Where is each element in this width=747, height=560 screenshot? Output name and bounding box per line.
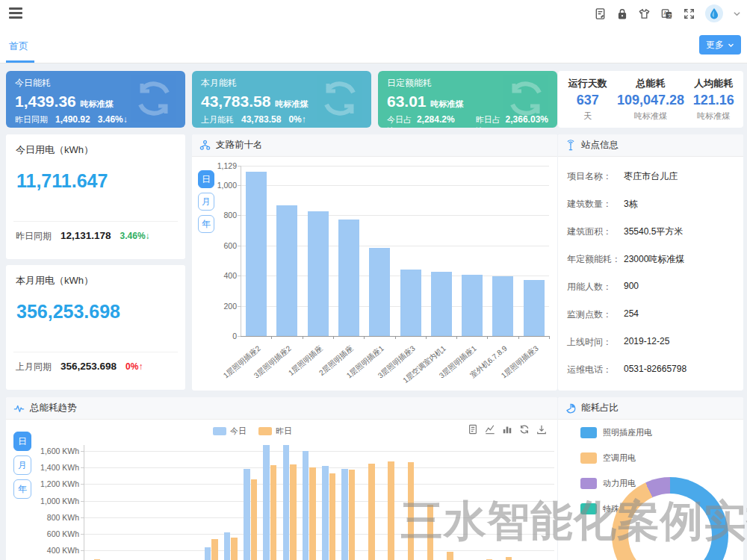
branch-top10-panel: 支路前十名 日 月 年 02004006008001,0001,1291层照明插… — [192, 134, 557, 391]
y-axis-tick-label: 1,000 KWh — [34, 497, 79, 505]
y-axis-tick-label: 1,129 — [199, 161, 237, 170]
trend-bar-yesterday — [388, 461, 394, 560]
trend-bar-yesterday — [408, 462, 415, 560]
y-axis-tick-label: 600 KWh — [34, 529, 79, 538]
x-axis-category-label: 1层照明插座 — [267, 343, 325, 395]
y-axis-tick-label: 0 — [199, 332, 237, 340]
stat-total-energy: 总能耗 109,047.28 吨标准煤 — [615, 75, 687, 123]
kpi-value: 63.01 — [387, 93, 427, 111]
branch-bar — [492, 276, 513, 336]
trend-bar-yesterday — [211, 539, 218, 560]
kpi-delta: 0%↑ — [288, 114, 306, 125]
summary-stats-panel: 运行天数 637 天 总能耗 109,047.28 吨标准煤 人均能耗 121.… — [558, 71, 743, 128]
kpi-value: 1,439.36 — [15, 93, 76, 111]
x-axis-tick — [487, 336, 488, 339]
trend-bar-today — [224, 532, 231, 560]
gridline — [241, 185, 549, 186]
tab-home[interactable]: 首页 — [9, 40, 28, 53]
usage-value: 356,253.698 — [16, 301, 120, 323]
x-axis-category-label: 1层照明插座2 — [205, 343, 263, 395]
gridline — [241, 166, 549, 167]
legend-item-lighting[interactable]: 照明插座用电 — [580, 427, 652, 438]
trend-bar-yesterday — [349, 470, 356, 560]
divider — [13, 352, 178, 352]
more-button[interactable]: 更多 — [699, 35, 741, 55]
x-axis-category-label: 3层照明插座3 — [359, 343, 418, 395]
panel-title: 站点信息 — [581, 139, 619, 152]
kpi-unit: 吨标准煤 — [431, 99, 464, 110]
kpi-unit: 吨标准煤 — [275, 99, 308, 110]
legend-item-hvac[interactable]: 空调用电 — [580, 452, 652, 464]
x-axis-category-label: 3层照明插座2 — [235, 343, 294, 395]
water-drop-logo[interactable] — [705, 4, 723, 22]
x-axis-category-label: 1层空调室内机1 — [390, 343, 448, 395]
site-field-label: 监测点数： — [567, 308, 612, 321]
trend-bar-today — [322, 466, 329, 560]
site-field-label: 建筑数量： — [567, 198, 612, 211]
usage-title: 今日用电（kWh） — [16, 143, 93, 157]
chevron-down-icon[interactable] — [733, 10, 741, 18]
usage-compare-label: 上月同期 — [16, 361, 52, 373]
y-axis-tick-label: 400 — [199, 271, 237, 280]
refresh-arrows-icon — [319, 78, 361, 119]
x-axis-category-label: 2层照明插座 — [297, 343, 356, 395]
tool-icon[interactable] — [594, 7, 607, 20]
site-field-label: 项目名称： — [567, 170, 612, 183]
y-axis-tick-label: 200 — [199, 302, 237, 311]
kpi-card-daily-quota-energy: 日定额能耗 63.01 吨标准煤 今日占比: 2,284.2% 昨日占比: 2,… — [378, 71, 557, 128]
y-axis-tick-label: 1,600 KWh — [34, 447, 79, 455]
x-axis-category-label: 1层照明插座1 — [328, 343, 386, 395]
kpi-compare-value: 1,490.92 — [55, 114, 90, 125]
trend-bar-today — [341, 469, 348, 560]
legend-swatch — [580, 427, 597, 438]
x-axis-tick — [364, 336, 365, 339]
branch-bar — [462, 275, 483, 336]
trend-bar-yesterday — [251, 479, 258, 560]
chevron-down-icon — [728, 42, 734, 49]
dashboard-page: A 文 首页 更多 今日能耗 1,439 — [0, 0, 747, 560]
trend-plot-area — [84, 445, 554, 560]
trend-bar-yesterday — [329, 473, 336, 560]
site-field-label: 建筑面积： — [567, 225, 612, 238]
site-field-label: 用能人数： — [567, 281, 612, 293]
kpi-ratio1-label: 今日占比: — [387, 114, 412, 128]
x-axis-tick — [549, 336, 550, 339]
trend-bar-today — [244, 469, 250, 560]
theme-icon[interactable] — [638, 7, 651, 20]
panel-title: 能耗占比 — [581, 402, 619, 414]
site-field-label: 运维电话： — [567, 364, 612, 376]
x-axis-tick — [333, 336, 334, 339]
x-axis-tick — [303, 336, 303, 339]
branch-bar — [369, 248, 390, 336]
usage-value: 11,711.647 — [16, 170, 108, 192]
fullscreen-icon[interactable] — [683, 7, 695, 20]
kpi-delta: 3.46%↓ — [98, 114, 128, 125]
lock-icon[interactable] — [616, 7, 628, 20]
kpi-unit: 吨标准煤 — [81, 99, 114, 110]
refresh-arrows-icon — [505, 78, 547, 119]
kpi-compare-value: 43,783.58 — [241, 114, 281, 125]
usage-compare-value: 12,131.178 — [61, 230, 111, 241]
site-field-value: 0531-82665798 — [624, 364, 686, 374]
usage-compare-label: 昨日同期 — [16, 230, 52, 243]
antenna-icon — [565, 140, 576, 151]
language-icon[interactable]: A 文 — [660, 7, 673, 20]
energy-share-panel: 能耗占比 照明插座用电 空调用电 动力用电 特殊用电 — [558, 397, 743, 560]
kpi-card-today-energy: 今日能耗 1,439.36 吨标准煤 昨日同期 1,490.92 3.46%↓ — [6, 71, 185, 128]
branch-bar — [400, 270, 421, 336]
kpi-value: 43,783.58 — [201, 93, 270, 111]
trend-bar-yesterday — [427, 505, 434, 560]
x-axis-tick — [395, 336, 396, 339]
kpi-compare-label: 昨日同期 — [15, 114, 48, 125]
kpi-compare-label: 上月能耗 — [201, 114, 234, 125]
x-axis-category-label: 3层照明插座1 — [421, 343, 479, 395]
site-field-value: 900 — [624, 281, 639, 291]
trend-bar-yesterday — [270, 465, 277, 560]
top-bar: A 文 — [0, 0, 747, 26]
site-field-value: 2019-12-25 — [624, 336, 669, 346]
hamburger-icon[interactable] — [9, 7, 24, 19]
trend-bar-yesterday — [506, 557, 512, 560]
trend-bar-today — [263, 445, 270, 560]
usage-title: 本月用电（kWh） — [16, 274, 93, 287]
x-axis-tick — [456, 336, 457, 339]
